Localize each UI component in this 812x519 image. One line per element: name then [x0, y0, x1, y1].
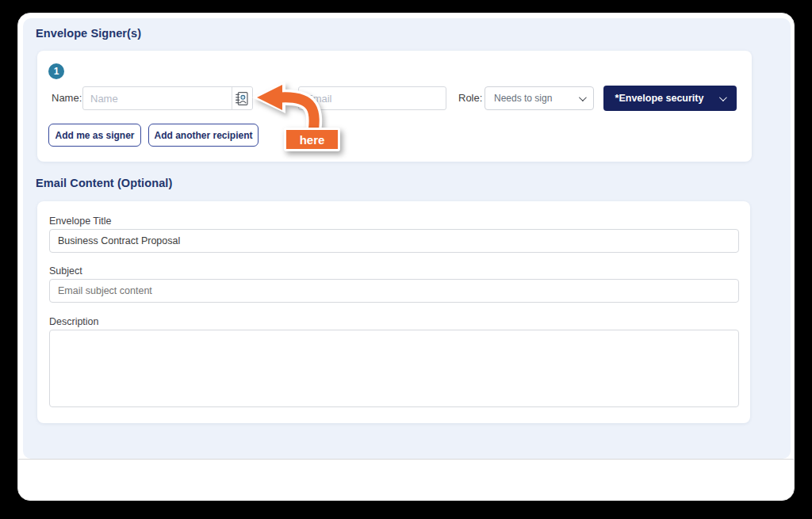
- email-content-heading: Email Content (Optional): [36, 177, 172, 189]
- envelope-security-button[interactable]: *Envelope security: [603, 86, 737, 111]
- signer-number-badge: 1: [48, 63, 64, 79]
- description-label: Description: [49, 316, 99, 327]
- app-window: Envelope Signer(s) 1 Name: Email:: [17, 13, 795, 501]
- name-input[interactable]: [83, 87, 232, 109]
- name-label: Name:: [52, 86, 82, 110]
- chevron-down-icon: [579, 93, 587, 101]
- description-textarea[interactable]: [49, 330, 739, 407]
- envelope-title-label: Envelope Title: [49, 216, 112, 227]
- name-field[interactable]: [82, 86, 253, 110]
- email-field[interactable]: [298, 86, 446, 110]
- subject-label: Subject: [49, 265, 82, 277]
- role-selected-value: Needs to sign: [494, 93, 552, 104]
- subject-input[interactable]: [49, 279, 739, 303]
- address-book-icon: [235, 91, 250, 106]
- envelope-signers-heading: Envelope Signer(s): [36, 27, 141, 40]
- envelope-security-label: *Envelope security: [615, 93, 704, 104]
- role-label: Role:: [458, 86, 482, 110]
- email-content-card: Envelope Title Subject Description: [37, 201, 750, 423]
- here-annotation-badge: here: [284, 128, 340, 151]
- email-label: Email:: [266, 86, 294, 110]
- here-label: here: [300, 133, 325, 147]
- add-me-as-signer-button[interactable]: Add me as signer: [48, 124, 141, 147]
- footer-divider: [18, 459, 794, 460]
- envelope-title-input[interactable]: [49, 229, 739, 253]
- email-input[interactable]: [299, 87, 446, 109]
- signer-card: 1 Name: Email: Role: Needs t: [37, 51, 752, 162]
- chevron-down-icon: [719, 93, 727, 101]
- add-another-recipient-button[interactable]: Add another recipient: [148, 124, 259, 147]
- address-book-button[interactable]: [232, 87, 252, 109]
- role-select[interactable]: Needs to sign: [485, 86, 594, 110]
